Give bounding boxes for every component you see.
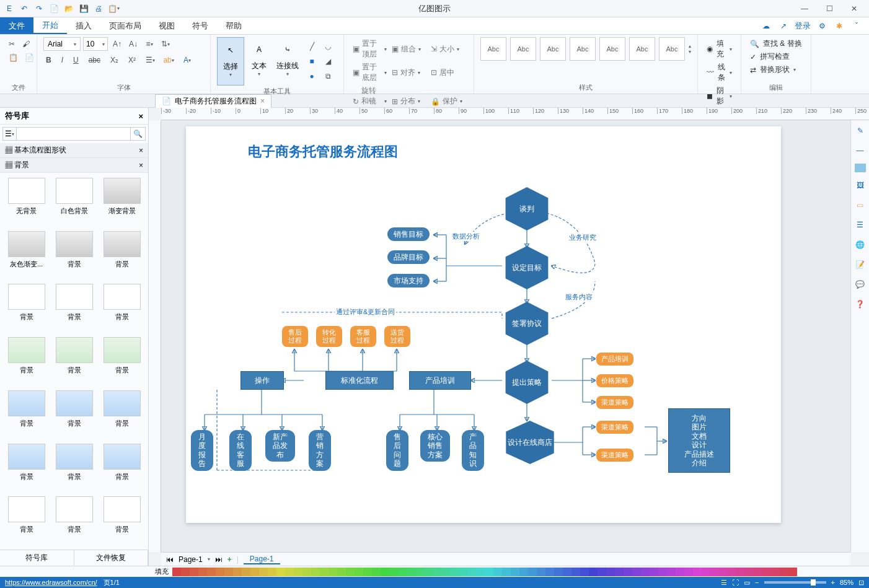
- shape-item[interactable]: 背景: [5, 496, 48, 545]
- comment-icon[interactable]: 💬: [854, 278, 867, 291]
- color-swatch[interactable]: [389, 568, 398, 576]
- node-brand-target[interactable]: 品牌目标: [387, 250, 430, 264]
- color-swatch[interactable]: [502, 568, 511, 576]
- node-std-process[interactable]: 标准化流程: [325, 371, 394, 390]
- color-swatch[interactable]: [242, 568, 250, 576]
- color-swatch[interactable]: [415, 568, 424, 576]
- color-swatch[interactable]: [624, 568, 632, 576]
- increase-font-icon[interactable]: A↑: [110, 37, 124, 51]
- color-swatch[interactable]: [294, 568, 302, 576]
- color-swatch[interactable]: [407, 568, 415, 576]
- shape-item[interactable]: 灰色渐变...: [5, 231, 48, 279]
- close-panel-icon[interactable]: ×: [138, 112, 143, 121]
- tab-symbol[interactable]: 符号: [183, 17, 217, 34]
- tab-file[interactable]: 文件: [0, 17, 33, 34]
- zoom-slider[interactable]: [764, 581, 826, 584]
- node-sign[interactable]: 签署协议: [502, 302, 552, 345]
- font-size-combo[interactable]: 10▾: [83, 37, 108, 51]
- align-icon[interactable]: ≡▾: [143, 37, 156, 51]
- color-swatch[interactable]: [537, 568, 545, 576]
- color-swatch[interactable]: [545, 568, 554, 576]
- color-swatch[interactable]: [441, 568, 450, 576]
- zoom-out-button[interactable]: −: [755, 579, 759, 586]
- ellipse-tool-icon[interactable]: ●: [305, 69, 319, 83]
- color-swatch[interactable]: [285, 568, 294, 576]
- group-button[interactable]: ▣ 组合 ▾: [389, 37, 428, 61]
- shape-item[interactable]: 白色背景: [53, 178, 95, 226]
- align-button[interactable]: ⊟ 对齐 ▾: [389, 61, 428, 84]
- node-prod-training2[interactable]: 产品培训: [596, 353, 633, 366]
- page-dropdown-icon[interactable]: ▾: [208, 556, 210, 562]
- color-swatch[interactable]: [320, 568, 329, 576]
- color-swatch[interactable]: [311, 568, 320, 576]
- close-lib1-icon[interactable]: ×: [139, 146, 143, 155]
- color-swatch[interactable]: [329, 568, 337, 576]
- shape-item[interactable]: 背景: [53, 390, 95, 439]
- shape-item[interactable]: 背景: [53, 284, 95, 332]
- close-lib2-icon[interactable]: ×: [139, 161, 143, 170]
- color-swatch[interactable]: [606, 568, 615, 576]
- color-swatch[interactable]: [363, 568, 372, 576]
- save-icon[interactable]: 💾: [77, 2, 90, 15]
- node-design-store[interactable]: 设计在线商店: [502, 421, 558, 464]
- highlighter-icon[interactable]: —: [854, 144, 867, 157]
- color-swatch[interactable]: [780, 568, 788, 576]
- decrease-font-icon[interactable]: A↓: [126, 37, 140, 51]
- italic-button[interactable]: I: [59, 55, 66, 66]
- open-file-icon[interactable]: 📂: [62, 2, 76, 15]
- node-marketing-plan[interactable]: 营销方案: [309, 430, 331, 471]
- swatch-icon[interactable]: [855, 164, 866, 172]
- color-swatch[interactable]: [346, 568, 355, 576]
- shape-item[interactable]: 背景: [5, 390, 48, 439]
- node-prod-knowledge[interactable]: 产品知识: [462, 430, 484, 471]
- select-tool[interactable]: ↖选择▾: [217, 37, 244, 86]
- chart-title[interactable]: 电子商务托管服务流程图: [248, 143, 398, 161]
- color-swatch[interactable]: [580, 568, 589, 576]
- status-url[interactable]: https://www.edrawsoft.com/cn/: [5, 579, 97, 586]
- color-swatch[interactable]: [459, 568, 467, 576]
- last-page-icon[interactable]: ⏭: [215, 555, 223, 564]
- shape-item[interactable]: 背景: [100, 284, 143, 332]
- color-swatch[interactable]: [224, 568, 233, 576]
- tab-home[interactable]: 开始: [33, 17, 67, 34]
- tab-view[interactable]: 视图: [150, 17, 183, 34]
- undo-icon[interactable]: ↶: [17, 2, 31, 15]
- lib-menu-icon[interactable]: ☰▾: [2, 127, 16, 141]
- color-swatch[interactable]: [172, 568, 181, 576]
- node-service-proc[interactable]: 客服过程: [350, 326, 376, 347]
- color-swatch[interactable]: [250, 568, 259, 576]
- shape-item[interactable]: 渐变背景: [100, 178, 143, 226]
- note-icon[interactable]: ▭: [854, 198, 867, 212]
- replace-shape-button[interactable]: ⇄ 替换形状 ▾: [748, 63, 805, 76]
- cut-icon[interactable]: ✂: [6, 37, 17, 51]
- color-swatch[interactable]: [467, 568, 476, 576]
- find-replace-button[interactable]: 🔍 查找 & 替换: [748, 37, 805, 50]
- node-operation[interactable]: 操作: [240, 371, 284, 390]
- shape-item[interactable]: 背景: [100, 390, 143, 439]
- shape-item[interactable]: 背景: [5, 444, 48, 492]
- library-header-2[interactable]: ▦ 背景 ×: [0, 158, 148, 173]
- node-negotiate[interactable]: 谈判: [502, 187, 552, 230]
- shape-item[interactable]: 背景: [5, 337, 48, 385]
- shape-item[interactable]: 背景: [100, 337, 143, 385]
- outline-icon[interactable]: ☰: [854, 218, 867, 232]
- shape-item[interactable]: 背景: [53, 444, 95, 492]
- color-swatch[interactable]: [563, 568, 571, 576]
- font-color-icon[interactable]: A▾: [180, 53, 194, 67]
- color-swatch[interactable]: [771, 568, 780, 576]
- doc-tab-active[interactable]: 📄 电子商务托管服务流程图 ×: [155, 94, 271, 108]
- share-icon[interactable]: ↗: [777, 20, 790, 32]
- settings-icon[interactable]: ⚙: [816, 20, 828, 32]
- color-swatch[interactable]: [276, 568, 285, 576]
- share-cloud-icon[interactable]: ☁: [760, 20, 772, 32]
- style-preset-7[interactable]: Abc: [659, 37, 685, 61]
- color-swatch[interactable]: [788, 568, 797, 576]
- center-button[interactable]: ⊡ 居中: [428, 61, 467, 84]
- line-spacing-icon[interactable]: ⇅▾: [159, 37, 172, 51]
- color-swatch[interactable]: [710, 568, 719, 576]
- shape-item[interactable]: 背景: [53, 337, 95, 385]
- color-swatch[interactable]: [684, 568, 693, 576]
- tab-help[interactable]: 帮助: [217, 17, 250, 34]
- shape-item[interactable]: 背景: [53, 496, 95, 545]
- shape-item[interactable]: 背景: [100, 496, 143, 545]
